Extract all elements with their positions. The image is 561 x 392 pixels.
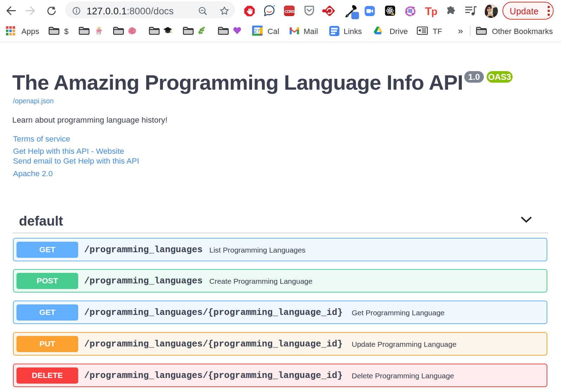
svg-text:!: ! bbox=[392, 13, 393, 15]
svg-text:27: 27 bbox=[254, 28, 260, 34]
svg-text:CORS: CORS bbox=[285, 9, 295, 14]
